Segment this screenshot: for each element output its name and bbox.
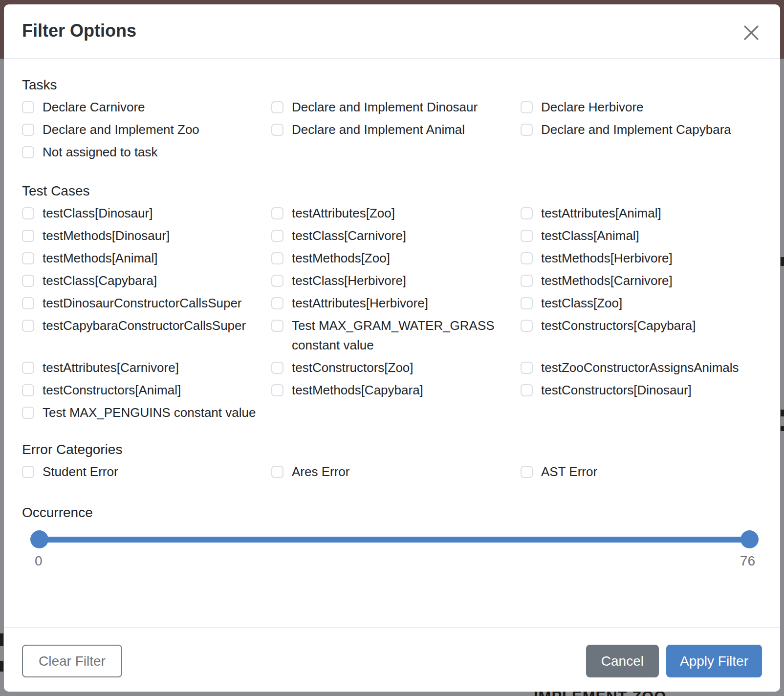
slider-handle-min[interactable]	[30, 530, 48, 548]
checkbox-icon[interactable]	[22, 207, 34, 219]
task-option-label: Not assigned to task	[43, 142, 158, 162]
test-case-option-label: testClass[Zoo]	[541, 293, 622, 313]
checkbox-icon[interactable]	[271, 101, 283, 113]
test-case-checkbox-option[interactable]: Test MAX_GRAM_WATER_GRASS constant value	[271, 316, 521, 355]
checkbox-icon[interactable]	[521, 362, 533, 374]
occurrence-range-slider[interactable]	[39, 530, 750, 549]
checkbox-icon[interactable]	[521, 297, 533, 309]
checkbox-icon[interactable]	[22, 101, 34, 113]
error-category-checkbox-option[interactable]: Ares Error	[271, 462, 521, 481]
task-option-label: Declare and Implement Dinosaur	[292, 97, 478, 117]
modal-footer: Clear Filter Cancel Apply Filter	[4, 627, 780, 692]
backdrop-artifact	[0, 633, 3, 646]
error-categories-section-label: Error Categories	[22, 442, 762, 457]
test-case-checkbox-option[interactable]: testConstructors[Animal]	[22, 380, 271, 400]
test-case-checkbox-option[interactable]: testAttributes[Herbivore]	[271, 293, 521, 313]
task-checkbox-option[interactable]: Declare and Implement Animal	[271, 120, 521, 139]
checkbox-icon[interactable]	[22, 407, 34, 419]
test-case-checkbox-option[interactable]: testClass[Zoo]	[521, 293, 762, 313]
checkbox-icon[interactable]	[22, 320, 34, 332]
checkbox-icon[interactable]	[521, 320, 533, 332]
checkbox-icon[interactable]	[521, 207, 533, 219]
cancel-button[interactable]: Cancel	[586, 645, 659, 677]
test-case-checkbox-option[interactable]: testZooConstructorAssignsAnimals	[521, 358, 762, 377]
task-option-label: Declare Herbivore	[541, 97, 644, 117]
task-checkbox-option[interactable]: Declare and Implement Zoo	[22, 120, 271, 139]
test-cases-checkbox-group: testClass[Dinosaur] testAttributes[Zoo] …	[22, 203, 762, 422]
checkbox-icon[interactable]	[271, 207, 283, 219]
checkbox-icon[interactable]	[22, 384, 34, 396]
test-case-option-label: testMethods[Dinosaur]	[43, 226, 170, 245]
error-category-option-label: Student Error	[43, 462, 118, 481]
task-checkbox-option[interactable]: Declare Herbivore	[521, 97, 762, 117]
test-case-checkbox-option[interactable]: testConstructors[Capybara]	[521, 316, 762, 335]
test-case-checkbox-option[interactable]: testMethods[Dinosaur]	[22, 226, 271, 245]
test-case-option-label: testAttributes[Animal]	[541, 203, 661, 223]
checkbox-icon[interactable]	[521, 275, 533, 287]
test-case-checkbox-option[interactable]: testMethods[Zoo]	[271, 248, 521, 268]
test-case-checkbox-option[interactable]: testClass[Dinosaur]	[22, 203, 271, 223]
error-category-checkbox-option[interactable]: Student Error	[22, 462, 271, 481]
test-case-checkbox-option[interactable]: testMethods[Carnivore]	[521, 271, 762, 290]
test-case-option-label: testMethods[Animal]	[43, 248, 158, 268]
test-case-checkbox-option[interactable]: testClass[Capybara]	[22, 271, 271, 290]
task-checkbox-option[interactable]: Declare Carnivore	[22, 97, 271, 117]
slider-handle-max[interactable]	[740, 530, 759, 548]
test-case-checkbox-option[interactable]: testClass[Carnivore]	[271, 226, 521, 245]
checkbox-icon[interactable]	[271, 230, 283, 242]
test-case-checkbox-option[interactable]: testMethods[Capybara]	[271, 380, 521, 400]
test-case-checkbox-option[interactable]: testConstructors[Zoo]	[271, 358, 521, 377]
error-categories-checkbox-group: Student Error Ares Error AST Error	[22, 462, 762, 481]
checkbox-icon[interactable]	[521, 466, 533, 478]
checkbox-icon[interactable]	[521, 230, 533, 242]
checkbox-icon[interactable]	[22, 230, 34, 242]
checkbox-icon[interactable]	[271, 466, 283, 478]
test-case-checkbox-option[interactable]: Test MAX_PENGUINS constant value	[22, 403, 271, 422]
close-button[interactable]	[740, 22, 762, 44]
checkbox-icon[interactable]	[271, 297, 283, 309]
checkbox-icon[interactable]	[22, 466, 34, 478]
apply-filter-button[interactable]: Apply Filter	[666, 645, 762, 677]
task-option-label: Declare Carnivore	[43, 97, 145, 117]
clear-filter-button[interactable]: Clear Filter	[22, 645, 122, 677]
backdrop-artifact	[781, 257, 784, 266]
checkbox-icon[interactable]	[22, 146, 34, 158]
checkbox-icon[interactable]	[271, 362, 283, 374]
test-case-option-label: testClass[Capybara]	[43, 271, 157, 290]
test-cases-section-label: Test Cases	[22, 183, 762, 199]
test-case-checkbox-option[interactable]: testCapybaraConstructorCallsSuper	[22, 316, 271, 335]
occurrence-section-label: Occurrence	[22, 505, 762, 521]
task-checkbox-option[interactable]: Not assigned to task	[22, 142, 271, 162]
checkbox-icon[interactable]	[271, 320, 283, 332]
checkbox-icon[interactable]	[22, 297, 34, 309]
test-case-checkbox-option[interactable]: testAttributes[Zoo]	[271, 203, 521, 223]
test-case-checkbox-option[interactable]: testDinosaurConstructorCallsSuper	[22, 293, 271, 313]
checkbox-icon[interactable]	[521, 252, 533, 264]
checkbox-icon[interactable]	[22, 275, 34, 287]
checkbox-icon[interactable]	[271, 124, 283, 136]
checkbox-icon[interactable]	[271, 252, 283, 264]
slider-track[interactable]	[36, 537, 753, 543]
test-case-option-label: testMethods[Herbivore]	[541, 248, 673, 268]
test-case-checkbox-option[interactable]: testAttributes[Carnivore]	[22, 358, 271, 377]
task-checkbox-option[interactable]: Declare and Implement Capybara	[521, 120, 762, 139]
checkbox-icon[interactable]	[22, 252, 34, 264]
checkbox-icon[interactable]	[22, 362, 34, 374]
checkbox-icon[interactable]	[521, 101, 533, 113]
test-case-checkbox-option[interactable]: testClass[Animal]	[521, 226, 762, 245]
checkbox-icon[interactable]	[22, 124, 34, 136]
checkbox-icon[interactable]	[271, 275, 283, 287]
checkbox-icon[interactable]	[271, 384, 283, 396]
checkbox-icon[interactable]	[521, 384, 533, 396]
error-category-checkbox-option[interactable]: AST Error	[521, 462, 762, 481]
test-case-checkbox-option[interactable]: testAttributes[Animal]	[521, 203, 762, 223]
test-case-checkbox-option[interactable]: testConstructors[Dinosaur]	[521, 380, 762, 400]
modal-title: Filter Options	[22, 21, 136, 41]
checkbox-icon[interactable]	[521, 124, 533, 136]
test-case-option-label: testClass[Carnivore]	[292, 226, 406, 245]
test-case-checkbox-option[interactable]: testMethods[Animal]	[22, 248, 271, 268]
test-case-checkbox-option[interactable]: testMethods[Herbivore]	[521, 248, 762, 268]
test-case-checkbox-option[interactable]: testClass[Herbivore]	[271, 271, 521, 290]
task-checkbox-option[interactable]: Declare and Implement Dinosaur	[271, 97, 521, 117]
test-case-option-label: testConstructors[Capybara]	[541, 316, 696, 335]
